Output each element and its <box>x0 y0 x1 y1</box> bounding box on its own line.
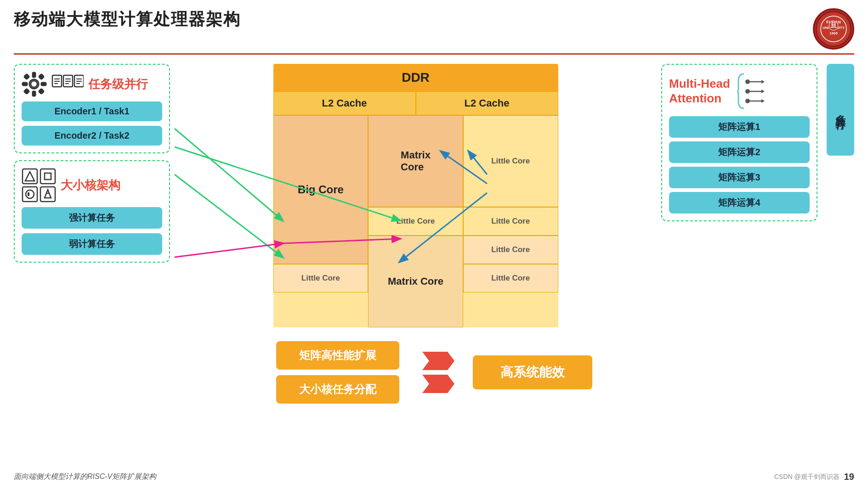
matrix-expand-btn[interactable]: 矩阵高性能扩展 <box>276 341 399 370</box>
university-logo: FUDAN UNIVERSITY 1905 旦 <box>813 8 854 50</box>
matrix-core-right-label: Matrix Core <box>388 275 443 287</box>
svg-rect-14 <box>24 89 29 94</box>
big-little-allocate-btn[interactable]: 大小核任务分配 <box>276 375 399 404</box>
parallel-box: 多核并行 <box>827 64 854 156</box>
svg-rect-8 <box>33 73 35 77</box>
footer-text: 面向端侧大模型计算的RISC-V矩阵扩展架构 <box>14 472 156 482</box>
high-efficiency-btn[interactable]: 高系统能效 <box>473 355 592 389</box>
chevron-arrows <box>418 349 454 395</box>
svg-marker-47 <box>761 99 765 103</box>
svg-point-42 <box>745 89 750 94</box>
svg-rect-33 <box>23 187 37 202</box>
multi-head-box: Multi-Head Attention 矩 <box>661 64 817 221</box>
svg-rect-12 <box>24 74 29 79</box>
svg-rect-9 <box>33 91 35 96</box>
ddr-bar: DDR <box>273 64 558 91</box>
big-core-cell: Big Core <box>273 115 369 264</box>
svg-point-39 <box>745 79 750 84</box>
svg-marker-56 <box>422 352 454 370</box>
svg-rect-31 <box>40 169 55 184</box>
op-btn-4[interactable]: 矩阵运算4 <box>669 192 810 214</box>
svg-point-34 <box>26 190 34 198</box>
weak-compute-btn[interactable]: 弱计算任务 <box>22 233 162 255</box>
svg-text:1905: 1905 <box>829 31 838 35</box>
little-core-2: Little Core <box>368 207 463 236</box>
l2-cache-right: L2 Cache <box>416 91 558 115</box>
doc-icons <box>51 73 84 96</box>
svg-point-45 <box>745 99 750 103</box>
chevrons <box>418 349 454 395</box>
matrix-core-right: Matrix Core <box>368 236 463 327</box>
shape-icons <box>22 168 56 202</box>
page-title: 移动端大模型计算处理器架构 <box>14 8 241 31</box>
svg-marker-30 <box>25 172 34 181</box>
left-panel: 任务级并行 Encoder1 / Task1 Encoder2 / Task2 <box>14 64 170 263</box>
core-grid: Big Core MatrixCore Little Core Little C… <box>273 115 558 327</box>
op-btn-3[interactable]: 矩阵运算3 <box>669 167 810 188</box>
svg-rect-15 <box>39 89 44 94</box>
center-diagram: DDR L2 Cache L2 Cache Big Core MatrixCor… <box>179 64 652 327</box>
bottom-section: 矩阵高性能扩展 大小核任务分配 高系统能效 <box>0 341 868 404</box>
bottom-left: 矩阵高性能扩展 大小核任务分配 <box>276 341 399 404</box>
attribution: CSDN @观千剑而识器 <box>774 473 840 481</box>
svg-rect-32 <box>45 173 51 180</box>
matrix-core-left-label: MatrixCore <box>401 149 431 173</box>
processor-grid: DDR L2 Cache L2 Cache Big Core MatrixCor… <box>273 64 558 327</box>
l2-cache-left: L2 Cache <box>273 91 416 115</box>
little-core-1: Little Core <box>463 115 558 207</box>
gear-icon <box>22 72 47 97</box>
svg-marker-41 <box>761 80 765 84</box>
svg-text:旦: 旦 <box>830 22 837 29</box>
svg-marker-57 <box>422 375 454 393</box>
footer-right: CSDN @观千剑而识器 19 <box>774 472 854 482</box>
page-number: 19 <box>844 472 854 482</box>
little-core-6: Little Core <box>463 264 558 292</box>
big-core-label: Big Core <box>298 183 344 196</box>
big-little-title: 大小核架构 <box>61 177 120 193</box>
matrix-core-left: MatrixCore <box>368 115 463 207</box>
encoder1-task1-btn[interactable]: Encoder1 / Task1 <box>22 101 162 121</box>
op-btn-1[interactable]: 矩阵运算1 <box>669 116 810 138</box>
ops-list: 矩阵运算1 矩阵运算2 矩阵运算3 矩阵运算4 <box>669 116 810 214</box>
task-parallel-title: 任务级并行 <box>88 76 148 92</box>
task-parallel-box: 任务级并行 Encoder1 / Task1 Encoder2 / Task2 <box>14 64 170 153</box>
footer: 面向端侧大模型计算的RISC-V矩阵扩展架构 CSDN @观千剑而识器 19 <box>0 472 868 482</box>
svg-rect-13 <box>39 74 44 79</box>
strong-compute-btn[interactable]: 强计算任务 <box>22 207 162 229</box>
encoder2-task2-btn[interactable]: Encoder2 / Task2 <box>22 126 162 146</box>
op-btn-2[interactable]: 矩阵运算2 <box>669 141 810 163</box>
little-core-4: Little Core <box>463 236 558 264</box>
bracket-arrows-icon <box>735 72 765 111</box>
svg-marker-44 <box>761 90 765 93</box>
right-panel: Multi-Head Attention 矩 <box>661 64 817 221</box>
big-little-core-box: 大小核架构 强计算任务 弱计算任务 <box>14 160 170 263</box>
svg-point-16 <box>31 81 37 87</box>
little-core-5: Little Core <box>273 264 369 292</box>
multi-head-title: Multi-Head Attention <box>669 77 730 105</box>
svg-rect-10 <box>23 83 27 85</box>
svg-rect-11 <box>41 83 46 85</box>
little-core-3: Little Core <box>463 207 558 236</box>
svg-rect-35 <box>28 192 29 196</box>
